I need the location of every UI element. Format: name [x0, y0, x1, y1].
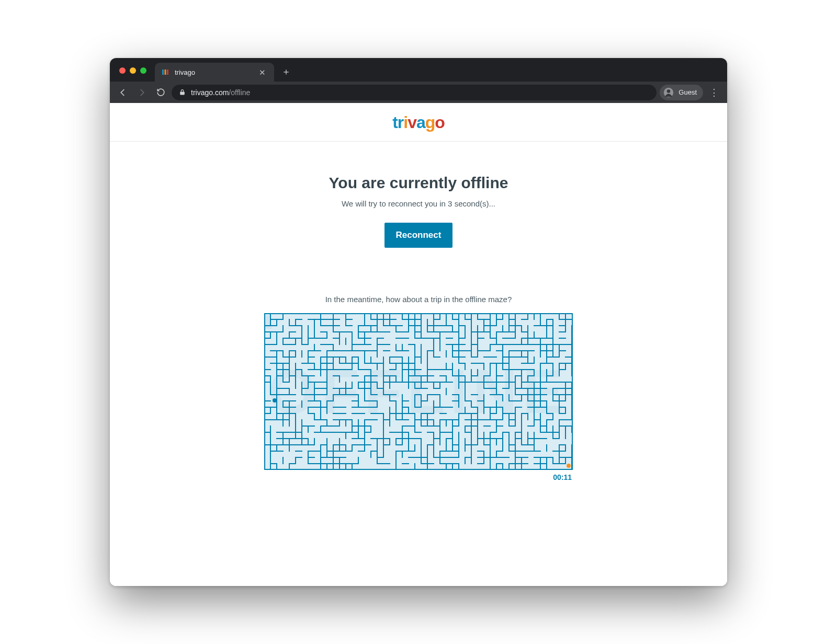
minimize-window-icon[interactable]: [130, 67, 136, 74]
logo-letter: o: [435, 114, 445, 131]
maze-timer: 00:11: [264, 470, 573, 481]
profile-chip[interactable]: Guest: [660, 85, 703, 100]
tab-favicon-icon: [161, 68, 169, 76]
logo-letter: r: [398, 114, 403, 131]
avatar-icon: [663, 87, 674, 98]
offline-subline: We will try to reconnect you in 3 second…: [209, 199, 628, 208]
tab-close-icon[interactable]: ✕: [257, 67, 268, 77]
url-host: trivago.com: [191, 88, 229, 97]
reload-icon[interactable]: [153, 85, 168, 100]
overflow-menu-icon[interactable]: ⋮: [706, 85, 722, 100]
url-path: /offline: [229, 88, 250, 97]
browser-toolbar: trivago.com/offline Guest ⋮: [110, 82, 727, 103]
profile-label: Guest: [678, 88, 697, 96]
window-controls: [110, 67, 155, 82]
logo-letter: g: [425, 114, 435, 131]
offline-heading: You are currently offline: [209, 174, 628, 192]
lock-icon: [179, 89, 186, 96]
title-bar: trivago ✕ ＋: [110, 58, 727, 82]
svg-rect-0: [162, 70, 164, 75]
maximize-window-icon[interactable]: [140, 67, 146, 74]
maze-lines-icon: [264, 313, 573, 470]
svg-rect-1: [165, 70, 166, 75]
svg-rect-2: [167, 70, 168, 75]
browser-window: trivago ✕ ＋ trivago.com/offline: [110, 58, 727, 586]
close-window-icon[interactable]: [119, 67, 126, 74]
address-bar[interactable]: trivago.com/offline: [172, 85, 657, 100]
maze-lead: In the meantime, how about a trip in the…: [209, 295, 628, 304]
page-content: t r i v a g o You are currently offline …: [110, 103, 727, 586]
offline-maze[interactable]: OFFLINE: [264, 313, 573, 470]
browser-tab[interactable]: trivago ✕: [155, 63, 274, 82]
logo-letter: i: [403, 114, 408, 131]
logo-letter: a: [416, 114, 425, 131]
nav-back-icon[interactable]: [115, 85, 131, 100]
nav-forward-icon[interactable]: [134, 85, 150, 100]
svg-rect-5: [265, 314, 572, 469]
maze-section: In the meantime, how about a trip in the…: [209, 295, 628, 481]
tab-title: trivago: [175, 68, 195, 76]
reconnect-button[interactable]: Reconnect: [384, 223, 453, 248]
logo-letter: v: [408, 114, 416, 131]
new-tab-button[interactable]: ＋: [278, 64, 294, 79]
offline-card: You are currently offline We will try to…: [209, 142, 628, 481]
site-header: t r i v a g o: [110, 103, 727, 142]
trivago-logo[interactable]: t r i v a g o: [392, 114, 445, 131]
logo-letter: t: [392, 114, 398, 131]
svg-point-4: [667, 89, 671, 93]
